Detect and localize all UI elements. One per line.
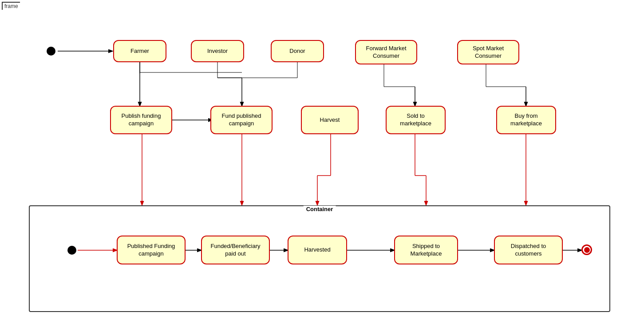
- action-harvest: Harvest: [301, 106, 359, 134]
- final-node-inner: [584, 247, 590, 253]
- action-harvested: Harvested: [288, 236, 347, 264]
- action-buy: Buy frommarketplace: [496, 106, 556, 134]
- action-funded-beneficiary: Funded/Beneficiarypaid out: [201, 236, 270, 264]
- actor-donor: Donor: [271, 40, 324, 62]
- diagram-container: frame: [0, 0, 644, 332]
- action-publish-funding: Publish fundingcampaign: [110, 106, 172, 134]
- initial-node-bottom: [67, 246, 76, 255]
- frame-label: frame: [2, 2, 20, 10]
- final-node-bottom: [581, 244, 592, 255]
- actor-investor: Investor: [191, 40, 244, 62]
- actor-fmc: Forward MarketConsumer: [355, 40, 417, 64]
- action-published-funding: Published Fundingcampaign: [117, 236, 186, 264]
- action-sold: Sold tomarketplace: [386, 106, 446, 134]
- actor-smc: Spot MarketConsumer: [457, 40, 519, 64]
- container-label: Container: [304, 206, 336, 212]
- action-shipped: Shipped toMarketplace: [394, 236, 458, 264]
- action-dispatched: Dispatched tocustomers: [494, 236, 563, 264]
- action-fund-campaign: Fund publishedcampaign: [210, 106, 273, 134]
- actor-farmer: Farmer: [113, 40, 166, 62]
- initial-node-top: [47, 47, 55, 56]
